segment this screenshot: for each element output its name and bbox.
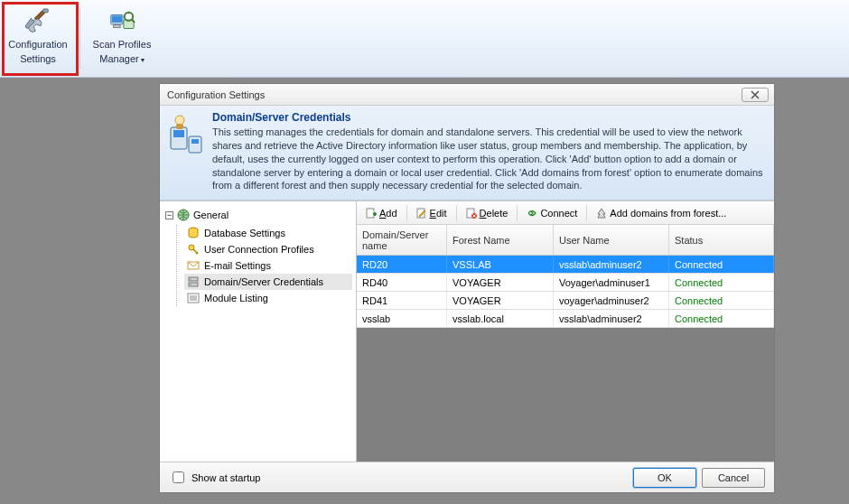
- table-cell: voyager\adminuser2: [554, 292, 669, 309]
- ribbon: Configuration Settings Scan Profiles Man…: [0, 0, 849, 78]
- tree-item-label: Database Settings: [204, 228, 285, 238]
- mail-icon: [187, 259, 200, 272]
- forest-icon: [596, 208, 607, 219]
- right-pane: Add Edit Delete Connect: [357, 201, 774, 462]
- delete-label-rest: elete: [487, 208, 508, 219]
- svg-rect-3: [114, 25, 121, 28]
- table-cell: Voyager\adminuser1: [554, 274, 669, 291]
- edit-button[interactable]: Edit: [411, 206, 452, 220]
- table-row[interactable]: RD20VSSLABvsslab\adminuser2Connected: [357, 256, 774, 274]
- table-cell: Connected: [669, 310, 774, 327]
- dialog-bottom: Show at startup OK Cancel: [160, 462, 774, 492]
- scanprof-label-2-text: Manager: [99, 53, 138, 64]
- connect-label: Connect: [540, 208, 577, 219]
- dialog-title-text: Configuration Settings: [167, 89, 265, 100]
- tree-item-user-connection-profiles[interactable]: User Connection Profiles: [184, 241, 352, 257]
- svg-rect-2: [112, 15, 122, 23]
- table-row[interactable]: vsslabvsslab.localvsslab\adminuser2Conne…: [357, 310, 774, 328]
- action-bar: Add Edit Delete Connect: [357, 201, 774, 225]
- add-icon: [366, 208, 377, 219]
- table-row[interactable]: RD41VOYAGERvoyager\adminuser2Connected: [357, 292, 774, 310]
- tree-item-label: User Connection Profiles: [204, 244, 314, 255]
- table-cell: RD41: [357, 292, 447, 309]
- configuration-settings-dialog: Configuration Settings: [159, 83, 775, 493]
- credentials-icon: [169, 111, 203, 192]
- tree-item-label: E-mail Settings: [204, 260, 271, 271]
- show-at-startup-label: Show at startup: [191, 472, 260, 483]
- key-icon: [187, 243, 200, 256]
- table-cell: vsslab: [357, 310, 447, 327]
- show-at-startup-checkbox[interactable]: Show at startup: [169, 469, 260, 486]
- close-icon: [750, 90, 760, 99]
- add-domains-from-forest-button[interactable]: Add domains from forest...: [591, 206, 732, 220]
- svg-point-20: [190, 284, 191, 285]
- tree-item-email-settings[interactable]: E-mail Settings: [184, 257, 352, 274]
- tree-pane: − General Database Settings User Connect…: [160, 201, 357, 462]
- col-domain-server[interactable]: Domain/Server name: [357, 225, 447, 255]
- tree-collapse-icon[interactable]: −: [165, 211, 173, 219]
- table-cell: vsslab\adminuser2: [554, 256, 669, 273]
- delete-button[interactable]: Delete: [461, 206, 514, 220]
- scanprof-label-2: Manager▾: [99, 53, 144, 65]
- svg-rect-9: [189, 136, 201, 153]
- table-cell: Connected: [669, 274, 774, 291]
- svg-rect-12: [176, 124, 183, 129]
- tree-item-domain-server-credentials[interactable]: Domain/Server Credentials: [184, 274, 352, 290]
- col-forest-name[interactable]: Forest Name: [447, 225, 554, 255]
- connect-button[interactable]: Connect: [521, 206, 583, 220]
- tree-children: Database Settings User Connection Profil…: [176, 225, 352, 306]
- stage: Configuration Settings: [0, 78, 849, 504]
- ok-button[interactable]: OK: [633, 468, 696, 488]
- table-cell: Connected: [669, 292, 774, 309]
- edit-label-rest: dit: [436, 208, 447, 219]
- grid-header: Domain/Server name Forest Name User Name…: [357, 225, 774, 256]
- table-cell: VOYAGER: [447, 274, 554, 291]
- tree-item-label: Module Listing: [204, 293, 268, 303]
- tree-item-module-listing[interactable]: Module Listing: [184, 290, 352, 306]
- dialog-titlebar: Configuration Settings: [160, 84, 774, 106]
- list-icon: [187, 292, 200, 304]
- svg-rect-10: [191, 139, 199, 144]
- tools-icon: [23, 7, 52, 36]
- svg-rect-25: [367, 209, 374, 218]
- table-cell: vsslab\adminuser2: [554, 310, 669, 327]
- config-label-2: Settings: [20, 53, 56, 65]
- dialog-body: − General Database Settings User Connect…: [160, 201, 774, 462]
- col-user-name[interactable]: User Name: [554, 225, 669, 255]
- svg-rect-0: [43, 9, 49, 13]
- connect-icon: [527, 208, 537, 219]
- scan-profiles-icon: [107, 7, 136, 36]
- database-icon: [187, 227, 200, 239]
- forest-label: Add domains from forest...: [610, 208, 726, 219]
- ribbon-separator: [79, 7, 80, 69]
- add-label-rest: dd: [386, 208, 397, 219]
- table-cell: vsslab.local: [447, 310, 554, 327]
- show-at-startup-input[interactable]: [173, 471, 184, 483]
- add-button[interactable]: Add: [360, 206, 403, 220]
- dropdown-caret-icon: ▾: [141, 56, 145, 64]
- delete-icon: [466, 208, 477, 219]
- configuration-settings-button[interactable]: Configuration Settings: [0, 4, 76, 74]
- svg-rect-8: [173, 130, 184, 137]
- banner-body: This setting manages the credentials for…: [212, 126, 765, 192]
- table-cell: VOYAGER: [447, 292, 554, 309]
- col-status[interactable]: Status: [669, 225, 774, 255]
- edit-icon: [416, 208, 427, 219]
- info-banner: Domain/Server Credentials This setting m…: [160, 106, 774, 201]
- server-icon: [187, 275, 200, 288]
- scanprof-label-1: Scan Profiles: [93, 39, 152, 51]
- table-cell: Connected: [669, 256, 774, 273]
- ok-label: OK: [658, 472, 672, 483]
- tree-item-database-settings[interactable]: Database Settings: [184, 225, 352, 241]
- tree-root-general[interactable]: − General: [163, 207, 352, 223]
- banner-heading: Domain/Server Credentials: [212, 111, 765, 124]
- svg-point-19: [190, 278, 191, 280]
- table-row[interactable]: RD40VOYAGERVoyager\adminuser1Connected: [357, 274, 774, 292]
- cancel-button[interactable]: Cancel: [702, 468, 765, 488]
- dialog-close-button[interactable]: [742, 88, 769, 102]
- scan-profiles-manager-button[interactable]: Scan Profiles Manager▾: [84, 4, 160, 74]
- config-label-1: Configuration: [8, 39, 67, 51]
- globe-icon: [177, 209, 190, 221]
- table-cell: VSSLAB: [447, 256, 554, 273]
- svg-point-11: [175, 116, 184, 125]
